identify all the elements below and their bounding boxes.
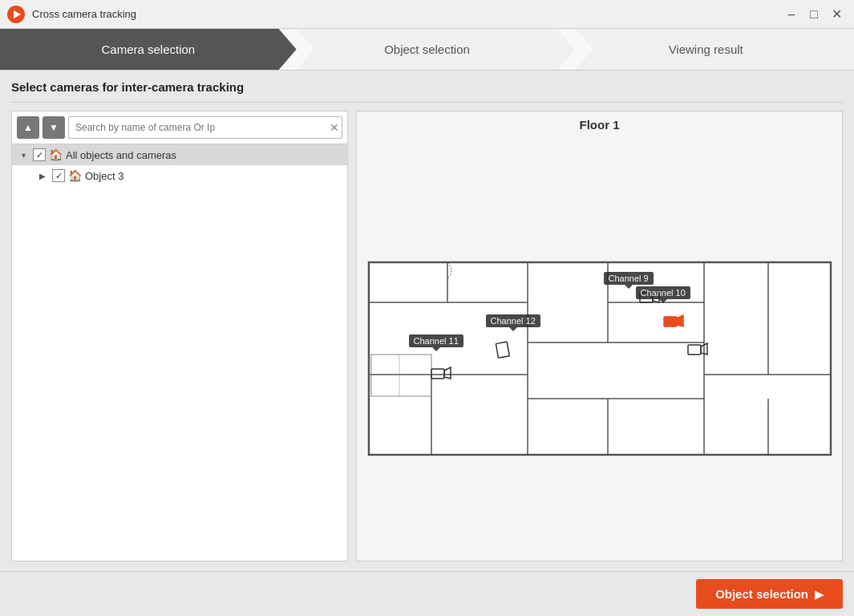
expand-object3-icon[interactable]: ▶ [36, 169, 49, 182]
search-clear-icon[interactable]: ✕ [330, 121, 339, 134]
object3-label: Object 3 [85, 170, 123, 182]
svg-rect-2 [369, 262, 831, 455]
bottom-bar: Object selection ▶ [0, 571, 854, 616]
svg-rect-23 [664, 317, 677, 326]
step-camera-selection[interactable]: Camera selection [0, 29, 297, 70]
check-all-objects[interactable]: ✓ [33, 148, 46, 161]
floor-map: Channel 9 Channel 10 Channel 11 Channel … [367, 238, 832, 463]
nav-down-button[interactable]: ▼ [42, 116, 65, 139]
next-arrow-icon: ▶ [815, 588, 824, 601]
minimize-button[interactable]: – [780, 3, 803, 26]
tree-item-all-objects[interactable]: ▾ ✓ 🏠 All objects and cameras [12, 144, 347, 165]
object-selection-button[interactable]: Object selection ▶ [696, 579, 843, 609]
object-icon: 🏠 [68, 169, 82, 182]
section-title: Select cameras for inter-camera tracking [11, 80, 843, 103]
main-content: Select cameras for inter-camera tracking… [0, 71, 854, 571]
search-bar: ▲ ▼ ✕ [12, 111, 347, 144]
close-button[interactable]: ✕ [825, 3, 848, 26]
step-object-selection[interactable]: Object selection [279, 29, 576, 70]
app-logo [6, 5, 26, 24]
steps-bar: Camera selection Object selection Viewin… [0, 29, 854, 71]
search-input[interactable] [68, 116, 342, 139]
search-input-wrap: ✕ [68, 116, 342, 139]
floor-map-container: Channel 9 Channel 10 Channel 11 Channel … [357, 140, 842, 561]
floor-plan-svg [367, 238, 832, 463]
nav-up-button[interactable]: ▲ [17, 116, 39, 139]
titlebar: Cross camera tracking – □ ✕ [0, 0, 854, 29]
floor-title: Floor 1 [357, 111, 842, 138]
expand-all-icon[interactable]: ▾ [17, 148, 30, 161]
check-object3[interactable]: ✓ [52, 169, 65, 182]
step-viewing-result[interactable]: Viewing result [557, 29, 854, 70]
maximize-button[interactable]: □ [803, 3, 825, 26]
all-objects-label: All objects and cameras [66, 149, 176, 161]
right-panel: Floor 1 [356, 111, 843, 561]
tree-item-object3[interactable]: ▶ ✓ 🏠 Object 3 [12, 165, 347, 186]
folder-icon: 🏠 [49, 148, 63, 161]
window-title: Cross camera tracking [32, 8, 780, 20]
tree-list: ▾ ✓ 🏠 All objects and cameras ▶ ✓ 🏠 Obje… [12, 144, 347, 561]
left-panel: ▲ ▼ ✕ ▾ ✓ 🏠 All objects and cameras [11, 111, 348, 561]
content-row: ▲ ▼ ✕ ▾ ✓ 🏠 All objects and cameras [11, 111, 843, 561]
